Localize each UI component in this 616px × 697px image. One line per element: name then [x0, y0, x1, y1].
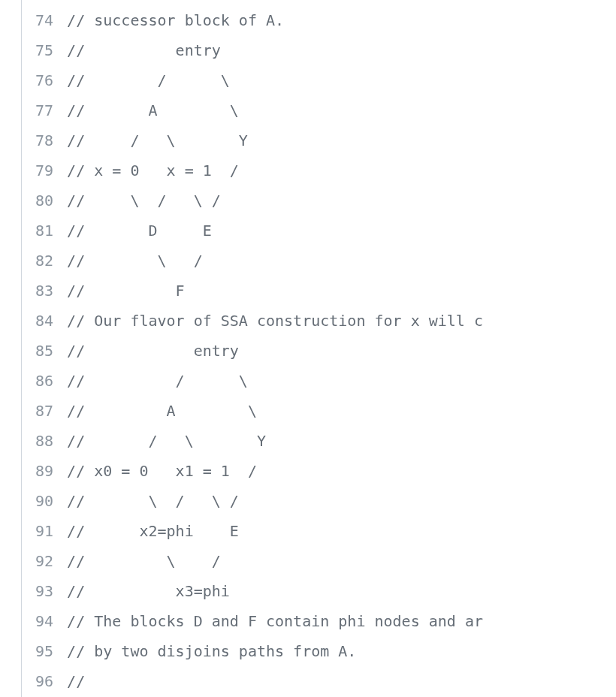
line-number: 88	[35, 427, 53, 457]
code-line: // A \	[67, 96, 616, 126]
code-content: // successor block of A.// entry// / \//…	[67, 6, 616, 691]
line-number: 81	[35, 216, 53, 246]
line-number: 93	[35, 577, 53, 607]
line-number: 80	[35, 186, 53, 216]
line-number-gutter: 7475767778798081828384858687888990919293…	[22, 6, 67, 691]
code-line: // / \ Y	[67, 126, 616, 156]
line-number: 87	[35, 397, 53, 427]
line-number: 90	[35, 487, 53, 517]
code-line: // \ /	[67, 246, 616, 276]
line-number: 92	[35, 547, 53, 577]
line-number: 84	[35, 306, 53, 336]
line-number: 96	[35, 667, 53, 697]
code-line: // A \	[67, 397, 616, 427]
code-line: // F	[67, 276, 616, 306]
code-view: 7475767778798081828384858687888990919293…	[21, 0, 616, 697]
code-line: //	[67, 667, 616, 697]
line-number: 89	[35, 457, 53, 487]
code-line: // x2=phi E	[67, 517, 616, 547]
line-number: 76	[35, 66, 53, 96]
code-line: // \ / \ /	[67, 186, 616, 216]
line-number: 75	[35, 36, 53, 66]
code-line: // x0 = 0 x1 = 1 /	[67, 457, 616, 487]
line-number: 85	[35, 336, 53, 367]
line-number: 91	[35, 517, 53, 547]
line-number: 95	[35, 637, 53, 667]
code-line: // / \	[67, 66, 616, 96]
code-line: // entry	[67, 36, 616, 66]
line-number: 74	[35, 6, 53, 36]
code-line: // \ / \ /	[67, 487, 616, 517]
code-line: // \ /	[67, 547, 616, 577]
line-number: 79	[35, 156, 53, 186]
line-number: 78	[35, 126, 53, 156]
code-line: // D E	[67, 216, 616, 246]
code-line: // Our flavor of SSA construction for x …	[67, 306, 616, 336]
code-line: // by two disjoins paths from A.	[67, 637, 616, 667]
line-number: 82	[35, 246, 53, 276]
line-number: 94	[35, 607, 53, 637]
code-line: // The blocks D and F contain phi nodes …	[67, 607, 616, 637]
code-line: // x3=phi	[67, 577, 616, 607]
code-line: // / \ Y	[67, 427, 616, 457]
code-line: // successor block of A.	[67, 6, 616, 36]
code-line: // entry	[67, 336, 616, 367]
code-line: // x = 0 x = 1 /	[67, 156, 616, 186]
line-number: 83	[35, 276, 53, 306]
line-number: 86	[35, 367, 53, 397]
code-line: // / \	[67, 367, 616, 397]
line-number: 77	[35, 96, 53, 126]
